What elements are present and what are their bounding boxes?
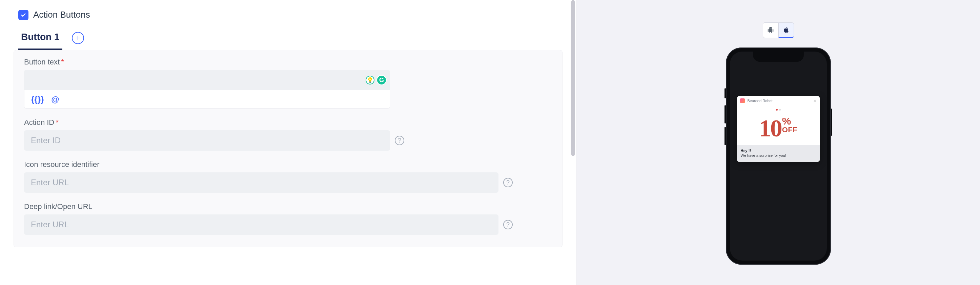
form-body: Button text* 💡 G {{}} @ Action ID* ? (14, 50, 563, 247)
field-deep-link: Deep link/Open URL ? (24, 202, 552, 235)
required-marker: * (61, 58, 64, 66)
platform-toggle (763, 22, 794, 38)
button-text-toolbar: {{}} @ (24, 90, 390, 109)
label-icon-resource: Icon resource identifier (24, 160, 552, 169)
dot-active (776, 109, 778, 110)
notification-body: We have a surprise for you! (741, 153, 816, 157)
plus-icon (75, 35, 81, 41)
apple-icon (783, 26, 789, 33)
promo-image: 10%OFF (737, 113, 820, 145)
help-icon[interactable]: ? (503, 178, 513, 187)
promo-number: 10 (759, 116, 781, 141)
notification-title: Hey !! (741, 149, 816, 153)
close-icon[interactable]: ✕ (813, 98, 817, 103)
lightbulb-icon[interactable]: 💡 (366, 76, 374, 85)
button-text-input[interactable]: 💡 G (24, 70, 390, 90)
action-buttons-checkbox[interactable] (18, 10, 29, 20)
phone-side-button (724, 88, 726, 98)
android-icon (767, 27, 774, 34)
field-icon-resource: Icon resource identifier ? (24, 160, 552, 193)
deep-link-input[interactable] (24, 215, 498, 235)
app-name: Bearded Robot (748, 99, 773, 103)
insert-mention-button[interactable]: @ (51, 94, 59, 104)
help-icon[interactable]: ? (395, 136, 404, 145)
field-action-id: Action ID* ? (24, 118, 552, 151)
phone-side-button (724, 127, 726, 145)
action-id-input[interactable] (24, 130, 390, 151)
phone-screen: Bearded Robot ✕ 10%OFF Hey !! We have a … (730, 51, 827, 261)
phone-side-button (724, 105, 726, 123)
field-button-text: Button text* 💡 G {{}} @ (24, 58, 552, 109)
help-icon[interactable]: ? (503, 220, 513, 229)
form-pane: Action Buttons Button 1 Button text* 💡 G… (0, 0, 576, 285)
notification-card: Bearded Robot ✕ 10%OFF Hey !! We have a … (737, 96, 820, 162)
required-marker: * (56, 118, 59, 126)
check-icon (20, 12, 26, 18)
app-icon (740, 98, 745, 103)
grammarly-badges: 💡 G (366, 75, 387, 85)
icon-resource-input[interactable] (24, 172, 498, 193)
dot-inactive (779, 109, 781, 110)
grammarly-icon[interactable]: G (377, 75, 387, 85)
section-header: Action Buttons (14, 6, 563, 26)
carousel-dots (737, 106, 820, 113)
add-button-tab[interactable] (72, 32, 84, 44)
phone-frame: Bearded Robot ✕ 10%OFF Hey !! We have a … (726, 48, 831, 265)
phone-notch (753, 51, 804, 62)
insert-variable-button[interactable]: {{}} (31, 94, 44, 104)
promo-percent: % (782, 116, 798, 126)
tab-button-1[interactable]: Button 1 (18, 26, 62, 50)
label-deep-link: Deep link/Open URL (24, 202, 552, 211)
platform-ios-button[interactable] (778, 22, 794, 38)
tabs-row: Button 1 (14, 26, 563, 50)
platform-android-button[interactable] (763, 22, 778, 38)
section-title: Action Buttons (33, 10, 90, 20)
phone-side-button (831, 109, 832, 136)
card-footer: Hey !! We have a surprise for you! (737, 145, 820, 162)
scrollbar-thumb[interactable] (571, 0, 575, 156)
label-action-id: Action ID* (24, 118, 552, 127)
card-header: Bearded Robot ✕ (737, 96, 820, 106)
promo-off: OFF (782, 126, 798, 134)
label-button-text: Button text* (24, 58, 552, 67)
preview-pane: Bearded Robot ✕ 10%OFF Hey !! We have a … (576, 0, 980, 285)
